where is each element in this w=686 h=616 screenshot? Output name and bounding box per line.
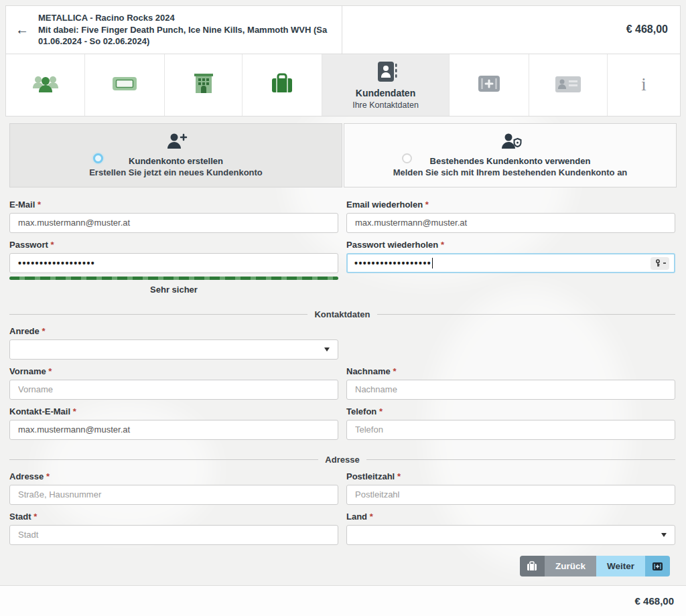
key-dropdown-dash xyxy=(663,262,666,264)
option-title: Bestehendes Kundenkonto verwenden xyxy=(351,156,669,166)
suitcase-icon xyxy=(269,72,295,98)
password-strength-text: Sehr sicher xyxy=(9,285,338,295)
field-adresse: Adresse * xyxy=(9,471,338,505)
wallet-icon xyxy=(645,556,670,576)
field-stadt: Stadt * xyxy=(9,512,338,545)
field-email-repeat: Email wiederholen * xyxy=(346,200,675,233)
required-marker: * xyxy=(33,512,37,522)
vorname-input[interactable] xyxy=(9,380,338,400)
field-vorname: Vorname * xyxy=(9,366,338,400)
step-label: Kundendaten xyxy=(356,88,415,98)
price-footer: € 468,00 xyxy=(0,585,686,616)
back-button[interactable]: Zurück xyxy=(520,556,596,576)
field-telefon: Telefon * xyxy=(346,406,675,440)
ticket-icon xyxy=(109,73,140,97)
step-kundendaten[interactable]: Kundendaten Ihre Kontaktdaten xyxy=(322,54,450,116)
vorname-label: Vorname xyxy=(9,366,46,376)
step-zahlung[interactable] xyxy=(450,54,529,116)
section-title: Adresse xyxy=(318,455,366,465)
required-marker: * xyxy=(46,471,50,481)
group-icon xyxy=(30,72,61,98)
wallet-plus-icon xyxy=(475,73,503,97)
required-marker: * xyxy=(50,240,54,250)
wizard-nav-buttons: Zurück Weiter xyxy=(5,556,681,576)
step-navigation: Kundendaten Ihre Kontaktdaten xyxy=(5,54,681,117)
next-button[interactable]: Weiter xyxy=(596,556,670,576)
password-manager-key-icon[interactable] xyxy=(650,257,669,270)
email-input[interactable] xyxy=(9,213,338,233)
required-marker: * xyxy=(48,366,52,376)
field-postleitzahl: Postleitzahl * xyxy=(346,471,675,505)
radio-create-account[interactable] xyxy=(93,153,103,163)
option-subtitle: Erstellen Sie jetzt ein neues Kundenkont… xyxy=(17,167,335,177)
required-marker: * xyxy=(38,200,41,210)
adresse-label: Adresse xyxy=(9,471,44,481)
required-marker: * xyxy=(397,471,401,481)
required-marker: * xyxy=(73,406,76,416)
required-marker: * xyxy=(393,366,396,376)
step-ausweis[interactable] xyxy=(529,54,608,116)
event-subtitle: Mit dabei: Five Finger Death Punch, Ice … xyxy=(38,24,332,48)
back-button-label: Zurück xyxy=(545,556,596,576)
anrede-label: Anrede xyxy=(9,326,40,336)
step-info[interactable]: i xyxy=(608,54,680,116)
id-card-icon xyxy=(553,74,583,96)
stadt-label: Stadt xyxy=(9,512,31,522)
event-header: ← METALLICA - Racino Rocks 2024 Mit dabe… xyxy=(5,5,681,54)
event-title: METALLICA - Racino Rocks 2024 xyxy=(38,12,332,24)
section-title: Kontaktdaten xyxy=(307,309,376,319)
required-marker: * xyxy=(441,240,444,250)
option-existing-account[interactable]: Bestehendes Kundenkonto verwenden Melden… xyxy=(344,123,677,187)
required-marker: * xyxy=(42,326,45,336)
password-input[interactable] xyxy=(9,253,338,273)
postleitzahl-label: Postleitzahl xyxy=(346,471,395,481)
email-repeat-label: Email wiederholen xyxy=(346,200,423,210)
stadt-input[interactable] xyxy=(9,525,338,545)
field-land: Land * xyxy=(346,512,675,545)
step-teilnehmer[interactable] xyxy=(6,54,85,116)
step-hotel[interactable] xyxy=(165,54,243,116)
land-label: Land xyxy=(346,512,367,522)
option-subtitle: Melden Sie sich mit Ihrem bestehenden Ku… xyxy=(351,167,669,177)
step-sublabel: Ihre Kontaktdaten xyxy=(352,100,419,110)
chevron-down-icon xyxy=(661,533,667,537)
nachname-input[interactable] xyxy=(346,380,675,400)
option-title: Kundenkonto erstellen xyxy=(17,156,335,166)
field-email: E-Mail * xyxy=(9,200,338,233)
section-divider-kontaktdaten: Kontaktdaten xyxy=(9,309,675,319)
option-create-account[interactable]: Kundenkonto erstellen Erstellen Sie jetz… xyxy=(9,123,342,187)
suitcase-icon xyxy=(520,556,545,576)
field-anrede: Anrede * xyxy=(9,326,338,360)
required-marker: * xyxy=(379,406,383,416)
telefon-input[interactable] xyxy=(346,420,675,440)
field-kontakt-email: Kontakt-E-Mail * xyxy=(9,406,338,440)
anrede-select[interactable] xyxy=(9,339,338,360)
required-marker: * xyxy=(425,200,429,210)
back-arrow-icon[interactable]: ← xyxy=(15,23,29,36)
event-header-left: ← METALLICA - Racino Rocks 2024 Mit dabe… xyxy=(6,6,342,54)
next-button-label: Weiter xyxy=(596,556,645,576)
total-price: € 468,00 xyxy=(626,23,668,35)
hotel-icon xyxy=(191,72,216,98)
checkout-page: ← METALLICA - Racino Rocks 2024 Mit dabe… xyxy=(0,0,686,585)
password-repeat-input[interactable]: •••••••••••••••••• xyxy=(346,253,675,273)
customer-form: E-Mail * Email wiederholen * Passwort * … xyxy=(5,187,681,545)
land-select[interactable] xyxy=(346,525,675,545)
text-cursor xyxy=(432,258,433,268)
section-divider-adresse: Adresse xyxy=(9,455,675,465)
kontakt-email-input[interactable] xyxy=(9,420,338,440)
event-header-right: € 468,00 xyxy=(342,6,680,54)
field-password-repeat: Passwort wiederholen * •••••••••••••••••… xyxy=(346,240,675,295)
radio-existing-account[interactable] xyxy=(402,153,412,163)
password-strength-bar xyxy=(9,277,338,280)
password-repeat-label: Passwort wiederholen xyxy=(346,240,438,250)
step-tickets[interactable] xyxy=(85,54,165,116)
step-reise[interactable] xyxy=(243,54,322,116)
email-repeat-input[interactable] xyxy=(346,213,675,233)
address-book-icon xyxy=(372,60,399,86)
adresse-input[interactable] xyxy=(9,485,338,505)
required-marker: * xyxy=(370,512,373,522)
field-nachname: Nachname * xyxy=(346,366,675,400)
postleitzahl-input[interactable] xyxy=(346,485,675,505)
email-label: E-Mail xyxy=(9,200,35,210)
